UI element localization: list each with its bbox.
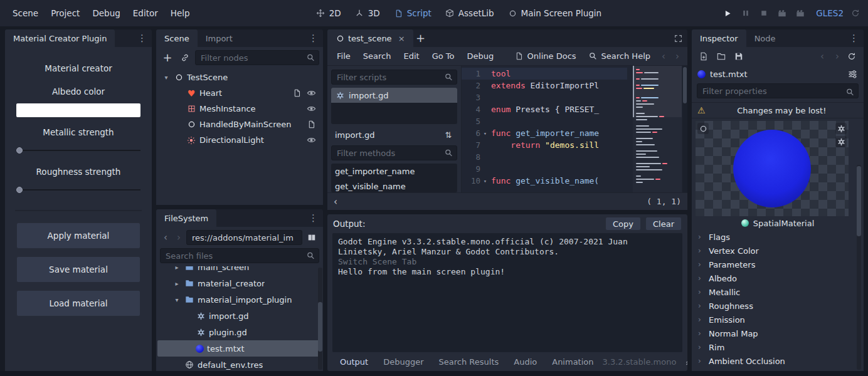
distraction-free-button[interactable]: [669, 29, 687, 47]
resource-tools-icon[interactable]: [847, 68, 858, 80]
inspector-back-icon[interactable]: ‹: [816, 51, 828, 62]
dock-menu-icon[interactable]: ⋮: [304, 29, 323, 47]
workspace-assetlib[interactable]: AssetLib: [440, 5, 500, 21]
fs-item-import-gd[interactable]: import.gd: [157, 308, 322, 324]
roughness-slider[interactable]: [16, 185, 140, 195]
menu-debug[interactable]: Debug: [86, 5, 126, 21]
fs-item-material-import-plugin[interactable]: ▾material_import_plugin: [157, 291, 322, 308]
menu-project[interactable]: Project: [45, 5, 86, 21]
script-history-back-icon[interactable]: ‹: [657, 51, 670, 62]
fs-item-main-screen[interactable]: ▸main_screen: [157, 266, 322, 275]
menu-editor[interactable]: Editor: [127, 5, 164, 21]
property-metallic[interactable]: ›Metallic: [694, 285, 849, 299]
filter-scripts-input[interactable]: [331, 70, 457, 85]
tab-test-scene[interactable]: test_scene ×: [327, 29, 413, 47]
workspace-3d[interactable]: 3D: [349, 5, 386, 21]
fold-arrow-icon[interactable]: ▾: [480, 130, 490, 137]
clear-button[interactable]: Clear: [645, 217, 682, 231]
bottom-tab-search-results[interactable]: Search Results: [433, 355, 505, 368]
material-type-row[interactable]: SpatialMaterial: [692, 216, 864, 230]
fs-back-button[interactable]: ‹: [160, 231, 171, 244]
save-resource-button[interactable]: [733, 51, 744, 62]
scene-node-meshinstance[interactable]: MeshInstance: [158, 101, 321, 117]
code-scrollbar[interactable]: [682, 66, 687, 192]
expand-arrow-icon[interactable]: ▸: [172, 280, 181, 287]
attached-script-icon[interactable]: [292, 88, 302, 98]
script-item-import-gd[interactable]: import.gd: [331, 88, 457, 103]
minimap-viewport[interactable]: [633, 66, 682, 117]
script-menu-edit[interactable]: Edit: [398, 49, 425, 63]
play-scene-button[interactable]: [776, 7, 788, 19]
code-editor[interactable]: 1tool2extends EditorImportPl34enum Prese…: [462, 66, 687, 192]
property-vertex-color[interactable]: ›Vertex Color: [694, 244, 849, 258]
add-node-button[interactable]: +: [160, 50, 175, 65]
bottom-tab-animation[interactable]: Animation: [546, 355, 600, 368]
property-roughness[interactable]: ›Roughness: [694, 299, 849, 313]
play-custom-scene-button[interactable]: [794, 7, 807, 19]
script-menu-file[interactable]: File: [331, 49, 356, 63]
expand-arrow-icon[interactable]: ▸: [172, 266, 181, 271]
visibility-toggle-icon[interactable]: [306, 104, 316, 114]
bottom-tab-debugger[interactable]: Debugger: [377, 355, 430, 368]
fs-path-input[interactable]: [186, 230, 302, 245]
visibility-toggle-icon[interactable]: [306, 135, 316, 145]
scene-node-testscene[interactable]: ▾TestScene: [158, 70, 321, 85]
attached-script-icon[interactable]: [306, 120, 316, 130]
preview-light1-toggle[interactable]: [835, 123, 847, 134]
dock-menu-icon[interactable]: ⋮: [844, 29, 864, 47]
albedo-color-swatch[interactable]: [16, 103, 140, 117]
fs-item-test-mtxt[interactable]: test.mtxt: [157, 340, 322, 357]
tab-import[interactable]: Import: [198, 29, 241, 47]
workspace-2d[interactable]: 2D: [310, 5, 347, 21]
stop-button[interactable]: [758, 7, 770, 19]
bottom-tab-audio[interactable]: Audio: [507, 355, 543, 368]
fs-item-plugin-gd[interactable]: plugin.gd: [157, 324, 322, 340]
menu-scene[interactable]: Scene: [6, 5, 45, 21]
new-tab-button[interactable]: +: [413, 31, 428, 46]
scene-node-heart[interactable]: ♥Heart: [158, 85, 321, 101]
renderer-dropdown[interactable]: GLES2: [816, 8, 844, 18]
property-emission[interactable]: ›Emission: [694, 313, 849, 326]
script-history-forward-icon[interactable]: ›: [671, 51, 684, 62]
metallic-slider[interactable]: [16, 145, 140, 155]
new-resource-button[interactable]: [698, 51, 709, 62]
dock-menu-icon[interactable]: ⋮: [132, 29, 152, 47]
fs-item-material-creator[interactable]: ▸material_creator: [157, 275, 322, 291]
load-material-button[interactable]: Load material: [16, 290, 140, 316]
apply-material-button[interactable]: Apply material: [16, 222, 140, 249]
inspector-forward-icon[interactable]: ›: [831, 51, 844, 62]
scene-node-handledbymainscreen[interactable]: HandledByMainScreen: [158, 117, 321, 132]
method-get-importer-name[interactable]: get_importer_name: [331, 164, 457, 179]
fs-split-mode-button[interactable]: [304, 230, 319, 245]
play-button[interactable]: [721, 7, 734, 19]
save-material-button[interactable]: Save material: [16, 256, 140, 283]
tab-node[interactable]: Node: [746, 29, 784, 47]
pause-button[interactable]: [739, 7, 752, 19]
tab-scene[interactable]: Scene: [156, 29, 198, 47]
preview-environment-toggle[interactable]: [697, 123, 709, 134]
script-menu-debug[interactable]: Debug: [461, 49, 499, 63]
online-docs-button[interactable]: Online Docs: [509, 49, 582, 63]
property-parameters[interactable]: ›Parameters: [694, 258, 849, 271]
slider-grabber[interactable]: [16, 187, 23, 193]
filter-methods-input[interactable]: [331, 145, 457, 160]
property-normal-map[interactable]: ›Normal Map: [694, 326, 849, 340]
tab-material-creator-plugin[interactable]: Material Creator Plugin: [5, 29, 115, 47]
workspace-main-screen-plugin[interactable]: Main Screen Plugin: [502, 5, 608, 21]
dock-menu-icon[interactable]: ⋮: [304, 209, 323, 227]
property-flags[interactable]: ›Flags: [694, 230, 849, 244]
inspector-scrollbar[interactable]: [857, 165, 861, 370]
scene-node-directionallight[interactable]: DirectionalLight: [158, 132, 321, 148]
slider-grabber[interactable]: [16, 147, 23, 154]
method-get-visible-name[interactable]: get_visible_name: [331, 179, 457, 192]
menu-help[interactable]: Help: [164, 5, 196, 21]
property-albedo[interactable]: ›Albedo: [694, 271, 849, 285]
code-minimap[interactable]: [633, 66, 682, 192]
workspace-script[interactable]: Script: [388, 5, 437, 21]
sort-methods-icon[interactable]: ⇅: [441, 128, 456, 142]
fs-item-default-env-tres[interactable]: default_env.tres: [157, 357, 322, 371]
filesystem-scrollbar[interactable]: [318, 268, 322, 370]
edited-resource-row[interactable]: test.mtxt: [692, 66, 864, 82]
script-menu-go-to[interactable]: Go To: [426, 49, 460, 63]
toggle-scripts-panel-icon[interactable]: ‹: [334, 196, 337, 207]
